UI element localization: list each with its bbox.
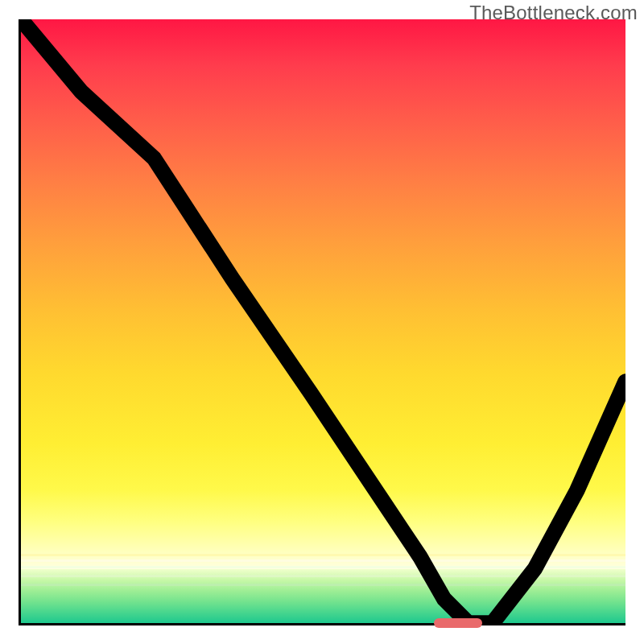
- gradient-yellow-white: [21, 490, 625, 569]
- stripe: [21, 559, 625, 562]
- stripe: [21, 566, 625, 568]
- gradient-red-yellow: [21, 19, 625, 490]
- bottleneck-curve: [21, 19, 625, 623]
- plot-area: [19, 19, 625, 625]
- stripe: [21, 584, 625, 586]
- chart-frame: TheBottleneck.com: [0, 0, 644, 644]
- curve-path: [21, 19, 625, 623]
- optimal-marker: [434, 618, 482, 628]
- stripe: [21, 554, 625, 556]
- stripe: [21, 575, 625, 577]
- watermark-text: TheBottleneck.com: [469, 2, 638, 24]
